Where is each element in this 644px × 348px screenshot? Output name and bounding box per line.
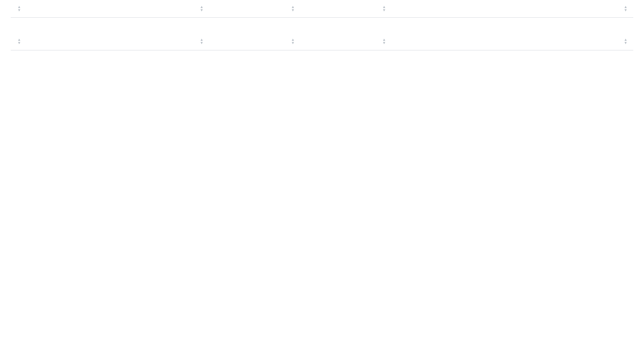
- col-identities[interactable]: ▴▾: [197, 5, 289, 12]
- sort-icon: ▴▾: [292, 38, 294, 45]
- col-hri-impact[interactable]: ▴▾: [487, 5, 627, 12]
- col-hri-impact[interactable]: ▴▾: [487, 38, 627, 45]
- col-pct-org[interactable]: ▴▾: [289, 38, 380, 45]
- top-insights-section: ▴▾ ▴▾ ▴▾ ▴▾ ▴▾: [11, 0, 633, 18]
- table-header-other: ▴▾ ▴▾ ▴▾ ▴▾ ▴▾: [11, 33, 633, 50]
- sort-icon: ▴▾: [383, 38, 385, 45]
- sort-icon: ▴▾: [383, 5, 385, 12]
- col-pct-org[interactable]: ▴▾: [289, 5, 380, 12]
- col-detections[interactable]: ▴▾: [380, 5, 487, 12]
- sort-icon: ▴▾: [625, 38, 627, 45]
- col-power-insight[interactable]: ▴▾: [15, 5, 197, 12]
- sort-icon: ▴▾: [201, 38, 203, 45]
- table-header-top: ▴▾ ▴▾ ▴▾ ▴▾ ▴▾: [11, 0, 633, 18]
- col-identities[interactable]: ▴▾: [197, 38, 289, 45]
- sort-icon: ▴▾: [18, 38, 20, 45]
- col-detections[interactable]: ▴▾: [380, 38, 487, 45]
- col-power-insight[interactable]: ▴▾: [15, 38, 197, 45]
- sort-icon: ▴▾: [201, 5, 203, 12]
- sort-icon: ▴▾: [292, 5, 294, 12]
- sort-icon: ▴▾: [625, 5, 627, 12]
- sort-icon: ▴▾: [18, 5, 20, 12]
- other-insights-section: ▴▾ ▴▾ ▴▾ ▴▾ ▴▾: [11, 33, 633, 50]
